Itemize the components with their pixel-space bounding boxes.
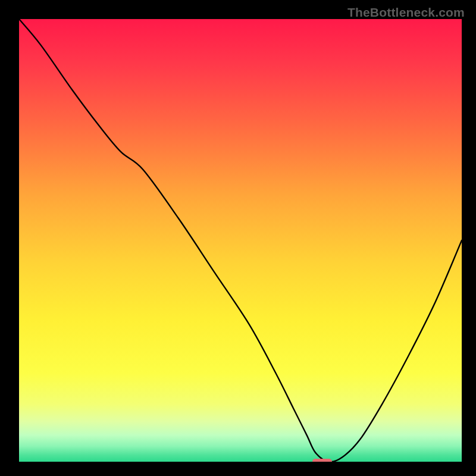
optimal-marker xyxy=(312,459,332,462)
chart-frame: TheBottleneck.com xyxy=(0,0,476,476)
plot-area xyxy=(19,19,462,462)
bottleneck-curve xyxy=(19,19,462,462)
watermark-text: TheBottleneck.com xyxy=(347,5,465,20)
